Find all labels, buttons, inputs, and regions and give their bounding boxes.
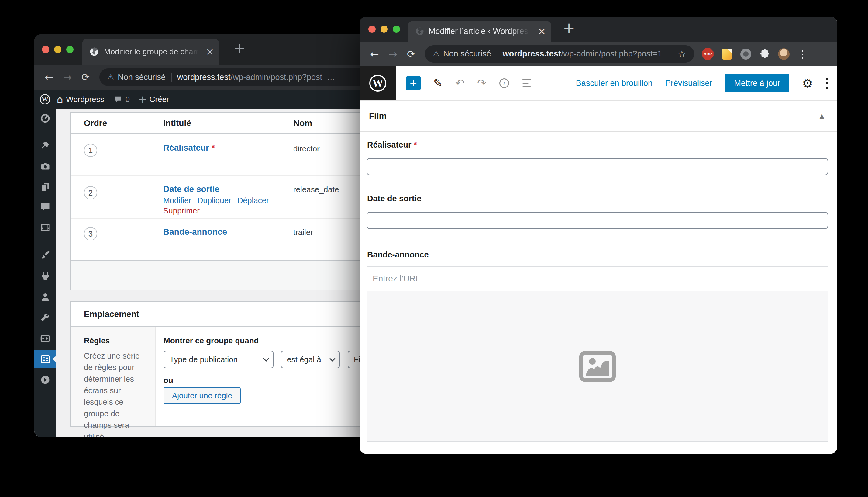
- action-move-link[interactable]: Déplacer: [237, 196, 269, 205]
- comments-icon[interactable]: [40, 201, 51, 212]
- field-label-link[interactable]: Bande-annonce: [163, 227, 227, 237]
- new-tab-button[interactable]: +: [233, 39, 246, 57]
- dashboard-icon[interactable]: [40, 113, 51, 124]
- screenshot-extension-icon[interactable]: [740, 48, 751, 59]
- preview-link[interactable]: Prévisualiser: [665, 79, 712, 88]
- browser-tab[interactable]: Modifier l’article ‹ Wordpress – ×: [408, 21, 551, 42]
- date-de-sortie-input[interactable]: [367, 212, 828, 229]
- wp-fullscreen-logo-block[interactable]: W: [360, 66, 396, 100]
- switch-to-draft-link[interactable]: Basculer en brouillon: [576, 79, 652, 88]
- field-order-badge[interactable]: 1: [84, 144, 97, 157]
- rule-param-value: Type de publication: [169, 355, 238, 364]
- maximize-window-button[interactable]: [66, 46, 73, 53]
- field-label: Date de sortie: [367, 194, 422, 203]
- list-view-icon[interactable]: [522, 79, 531, 87]
- field-order-badge[interactable]: 2: [84, 186, 97, 199]
- minimize-window-button[interactable]: [54, 46, 61, 53]
- foreground-browser-window: Modifier l’article ‹ Wordpress – × + ← →…: [360, 17, 837, 454]
- rules-description: Créez une série de règles pour détermine…: [84, 350, 149, 437]
- url-divider: [497, 49, 497, 59]
- posts-pin-icon[interactable]: [40, 141, 51, 152]
- appearance-icon[interactable]: [40, 250, 51, 260]
- realisateur-input[interactable]: [367, 158, 828, 175]
- plugins-icon[interactable]: [40, 270, 51, 282]
- oembed-url-row[interactable]: [367, 267, 828, 291]
- sidebar-item-acf-active[interactable]: [35, 350, 56, 368]
- forward-icon[interactable]: →: [63, 72, 72, 82]
- action-delete-link[interactable]: Supprimer: [163, 206, 200, 215]
- oembed-url-input[interactable]: [373, 274, 805, 284]
- reload-icon[interactable]: ⟳: [81, 72, 89, 82]
- back-icon[interactable]: ←: [45, 72, 54, 82]
- not-secure-warning-icon[interactable]: ⚠: [107, 73, 114, 82]
- profile-avatar[interactable]: [778, 48, 789, 60]
- close-tab-icon[interactable]: ×: [538, 26, 546, 36]
- site-name-link[interactable]: Wordpress: [66, 95, 104, 104]
- editor-options-kebab-icon[interactable]: [826, 78, 828, 89]
- settings-gear-icon[interactable]: ⚙: [802, 76, 813, 90]
- redo-icon[interactable]: ↷: [477, 78, 486, 89]
- tab-favicon-icon: [89, 47, 99, 56]
- field-order-badge[interactable]: 3: [84, 227, 97, 240]
- image-placeholder-icon: [579, 351, 616, 382]
- rule-operator-select[interactable]: est égal à: [281, 351, 340, 368]
- rule-operator-value: est égal à: [287, 355, 321, 364]
- new-content-label[interactable]: Créer: [150, 95, 169, 104]
- details-info-icon[interactable]: i: [499, 78, 509, 88]
- panel-title: Film: [369, 111, 387, 121]
- adblock-extension-icon[interactable]: ABP: [702, 48, 714, 60]
- edit-tool-pencil-icon[interactable]: ✎: [433, 78, 442, 89]
- field-label-link[interactable]: Date de sortie: [163, 184, 219, 194]
- url-host: wordpress.test: [177, 73, 231, 82]
- action-duplicate-link[interactable]: Dupliquer: [197, 196, 231, 205]
- maximize-window-button[interactable]: [393, 26, 400, 33]
- browser-tab[interactable]: Modifier le groupe de champs ×: [82, 39, 219, 65]
- oembed-preview-area: [367, 291, 828, 441]
- tab-strip: Modifier l’article ‹ Wordpress – × +: [360, 17, 837, 42]
- close-tab-icon[interactable]: ×: [206, 47, 214, 56]
- close-window-button[interactable]: [42, 46, 49, 53]
- reload-icon[interactable]: ⟳: [407, 49, 415, 59]
- wp-logo-icon[interactable]: W: [40, 94, 50, 104]
- forward-icon[interactable]: →: [389, 49, 398, 59]
- rule-param-select[interactable]: Type de publication: [164, 351, 274, 368]
- notes-extension-icon[interactable]: [721, 48, 732, 59]
- address-bar[interactable]: ⚠ Non sécurisé wordpress.test /wp-admin/…: [425, 45, 694, 62]
- browser-menu-kebab-icon[interactable]: ⋮: [798, 48, 808, 60]
- minimize-window-button[interactable]: [381, 26, 388, 33]
- address-bar[interactable]: ⚠ Non sécurisé wordpress.test /wp-admin/…: [99, 68, 376, 86]
- extensions-puzzle-icon[interactable]: [759, 48, 770, 59]
- column-header-label: Intitulé: [163, 118, 191, 128]
- not-secure-warning-icon[interactable]: ⚠: [433, 49, 440, 58]
- block-inserter-button[interactable]: +: [406, 76, 421, 90]
- field-label: Réalisateur: [367, 140, 412, 150]
- media-icon[interactable]: [40, 161, 51, 172]
- new-tab-button[interactable]: +: [563, 18, 575, 37]
- update-button[interactable]: Mettre à jour: [725, 74, 789, 92]
- collapse-panel-icon[interactable]: ▲: [820, 112, 824, 119]
- comments-bubble-icon[interactable]: [113, 95, 123, 103]
- close-window-button[interactable]: [368, 26, 376, 33]
- url-divider: [171, 73, 172, 82]
- field-label-link[interactable]: Réalisateur: [163, 143, 209, 152]
- users-icon[interactable]: [40, 292, 51, 302]
- pages-icon[interactable]: [40, 182, 51, 193]
- required-asterisk: *: [414, 140, 417, 150]
- action-edit-link[interactable]: Modifier: [163, 196, 191, 205]
- options-icon[interactable]: [40, 333, 51, 344]
- undo-icon[interactable]: ↶: [455, 78, 464, 89]
- chevron-down-icon: [263, 356, 269, 361]
- add-rule-button[interactable]: Ajouter une règle: [164, 387, 241, 404]
- bookmark-star-icon[interactable]: ☆: [677, 48, 686, 60]
- films-icon[interactable]: [40, 222, 51, 233]
- back-icon[interactable]: ←: [370, 49, 379, 59]
- url-path: /wp-admin/post.php?post=1…: [561, 49, 670, 59]
- tools-icon[interactable]: [40, 312, 51, 323]
- tab-favicon-icon: [415, 27, 424, 36]
- wp-admin-sidebar: [35, 109, 56, 437]
- new-content-plus-icon[interactable]: +: [138, 93, 147, 105]
- video-icon[interactable]: [40, 374, 51, 385]
- column-header-name: Nom: [293, 118, 312, 128]
- acf-panel-header[interactable]: Film ▲: [360, 101, 837, 132]
- home-icon[interactable]: ⌂: [57, 94, 63, 105]
